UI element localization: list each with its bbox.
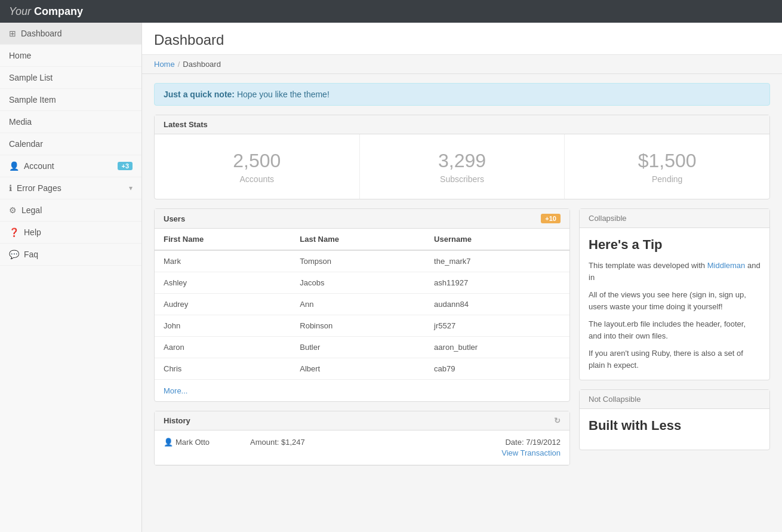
stat-label-2: Pending bbox=[574, 174, 761, 184]
history-date-0: Date: 7/19/2012 bbox=[501, 438, 561, 447]
stat-item-0: 2,500 Accounts bbox=[155, 134, 360, 199]
sidebar-item-sample-item[interactable]: Sample Item bbox=[0, 89, 141, 111]
not-collapsible-panel: Not Collapsible Built with Less bbox=[579, 389, 770, 450]
chevron-icon-error-pages: ▾ bbox=[129, 184, 133, 192]
stats-header: Latest Stats bbox=[155, 115, 769, 134]
collapsible-para-4: If you aren't using Ruby, there is also … bbox=[589, 348, 761, 371]
history-panel-header: History ↻ bbox=[155, 411, 569, 430]
legal-icon: ⚙ bbox=[9, 205, 17, 215]
collapsible-para-3: The layout.erb file includes the header,… bbox=[589, 318, 761, 342]
page-title: Dashboard bbox=[154, 32, 770, 48]
stat-label-1: Subscribers bbox=[369, 174, 556, 184]
cell-first-3: John bbox=[155, 315, 291, 337]
collapsible-para-1: This template was developed with Middlem… bbox=[589, 260, 761, 283]
sidebar-item-error-pages[interactable]: ℹError Pages▾ bbox=[0, 177, 141, 199]
error-pages-icon: ℹ bbox=[9, 183, 12, 193]
history-panel: History ↻ 👤Mark Otto Amount: $1,247 Date… bbox=[154, 411, 570, 466]
users-more-link[interactable]: More... bbox=[164, 386, 187, 395]
sidebar-item-home[interactable]: Home bbox=[0, 45, 141, 67]
account-icon: 👤 bbox=[9, 161, 19, 171]
person-icon-0: 👤 bbox=[164, 438, 173, 447]
cell-last-0: Tompson bbox=[291, 250, 425, 272]
collapsible-panel-header: Collapsible bbox=[580, 209, 769, 228]
sidebar-label-account: Account bbox=[24, 161, 118, 171]
collapsible-title: Here's a Tip bbox=[589, 237, 761, 253]
history-amount-0: Amount: $1,247 bbox=[250, 438, 492, 447]
sidebar-label-help: Help bbox=[24, 227, 133, 237]
table-row: JohnRobinsonjr5527 bbox=[155, 315, 569, 337]
view-transaction-link-0[interactable]: View Transaction bbox=[501, 448, 561, 457]
users-table: First NameLast NameUsername MarkTompsont… bbox=[155, 229, 569, 379]
stats-panel: Latest Stats 2,500 Accounts 3,299 Subscr… bbox=[154, 115, 770, 199]
brand-italic: Your bbox=[9, 5, 31, 17]
cell-username-4: aaron_butler bbox=[425, 337, 569, 358]
history-row-0: 👤Mark Otto Amount: $1,247 Date: 7/19/201… bbox=[155, 430, 569, 465]
history-date-col-0: Date: 7/19/2012 View Transaction bbox=[501, 438, 561, 457]
stat-item-2: $1,500 Pending bbox=[565, 134, 769, 199]
alert-text: Hope you like the theme! bbox=[237, 90, 330, 99]
sidebar-label-sample-item: Sample Item bbox=[9, 95, 133, 104]
sidebar-badge-account: +3 bbox=[118, 162, 133, 170]
not-collapsible-panel-body: Built with Less bbox=[580, 409, 769, 450]
col-header-0: First Name bbox=[155, 229, 291, 250]
sidebar-label-faq: Faq bbox=[24, 250, 133, 259]
cell-first-5: Chris bbox=[155, 358, 291, 380]
sidebar-item-dashboard[interactable]: ⊞Dashboard bbox=[0, 23, 141, 45]
side-column: Collapsible Here's a Tip This template w… bbox=[579, 208, 770, 475]
table-row: AshleyJacobsash11927 bbox=[155, 272, 569, 294]
two-col-layout: Users +10 First NameLast NameUsername Ma… bbox=[154, 208, 770, 475]
stat-value-0: 2,500 bbox=[164, 149, 350, 172]
cell-first-4: Aaron bbox=[155, 337, 291, 358]
sidebar-label-media: Media bbox=[9, 117, 133, 127]
users-panel-header: Users +10 bbox=[155, 209, 569, 229]
sidebar-item-account[interactable]: 👤Account+3 bbox=[0, 155, 141, 177]
breadcrumb-current: Dashboard bbox=[183, 60, 221, 69]
stat-item-1: 3,299 Subscribers bbox=[360, 134, 565, 199]
sidebar-item-help[interactable]: ❓Help bbox=[0, 222, 141, 244]
collapsible-para-2: All of the views you see here (sign in, … bbox=[589, 289, 761, 312]
sidebar-label-home: Home bbox=[9, 51, 133, 60]
breadcrumb-separator: / bbox=[178, 60, 180, 69]
cell-first-2: Audrey bbox=[155, 294, 291, 315]
dashboard-icon: ⊞ bbox=[9, 29, 16, 38]
users-panel: Users +10 First NameLast NameUsername Ma… bbox=[154, 208, 570, 402]
brand-bold: Company bbox=[34, 5, 83, 17]
sidebar-label-error-pages: Error Pages bbox=[17, 183, 129, 193]
collapsible-panel-body: Here's a Tip This template was developed… bbox=[580, 228, 769, 380]
top-navbar: Your Company bbox=[0, 0, 782, 23]
middleman-link[interactable]: Middleman bbox=[707, 261, 746, 270]
cell-first-1: Ashley bbox=[155, 272, 291, 294]
cell-username-0: the_mark7 bbox=[425, 250, 569, 272]
sidebar-item-faq[interactable]: 💬Faq bbox=[0, 244, 141, 266]
refresh-icon[interactable]: ↻ bbox=[554, 416, 561, 425]
cell-last-1: Jacobs bbox=[291, 272, 425, 294]
collapsible-panel: Collapsible Here's a Tip This template w… bbox=[579, 208, 770, 380]
users-panel-badge: +10 bbox=[541, 214, 561, 223]
breadcrumb-home[interactable]: Home bbox=[154, 60, 175, 69]
cell-username-2: audann84 bbox=[425, 294, 569, 315]
page-header: Dashboard bbox=[142, 23, 782, 55]
sidebar-label-legal: Legal bbox=[21, 205, 133, 215]
cell-first-0: Mark bbox=[155, 250, 291, 272]
main-column: Users +10 First NameLast NameUsername Ma… bbox=[154, 208, 570, 475]
users-panel-title: Users bbox=[164, 214, 185, 223]
history-person-0: 👤Mark Otto bbox=[164, 438, 241, 447]
history-panel-title: History bbox=[164, 416, 190, 425]
sidebar-item-legal[interactable]: ⚙Legal bbox=[0, 199, 141, 222]
alert-info: Just a quick note: Hope you like the the… bbox=[154, 83, 770, 106]
cell-username-5: cab79 bbox=[425, 358, 569, 380]
sidebar-item-sample-list[interactable]: Sample List bbox=[0, 67, 141, 89]
cell-last-5: Albert bbox=[291, 358, 425, 380]
cell-last-3: Robinson bbox=[291, 315, 425, 337]
table-row: AaronButleraaron_butler bbox=[155, 337, 569, 358]
alert-strong: Just a quick note: bbox=[164, 90, 235, 99]
cell-username-3: jr5527 bbox=[425, 315, 569, 337]
sidebar-label-dashboard: Dashboard bbox=[21, 29, 133, 38]
sidebar-item-media[interactable]: Media bbox=[0, 111, 141, 133]
cell-last-4: Butler bbox=[291, 337, 425, 358]
help-icon: ❓ bbox=[9, 227, 19, 237]
col-header-2: Username bbox=[425, 229, 569, 250]
sidebar-item-calendar[interactable]: Calendar bbox=[0, 133, 141, 155]
history-panel-body: 👤Mark Otto Amount: $1,247 Date: 7/19/201… bbox=[155, 430, 569, 465]
not-collapsible-title: Built with Less bbox=[589, 418, 761, 433]
